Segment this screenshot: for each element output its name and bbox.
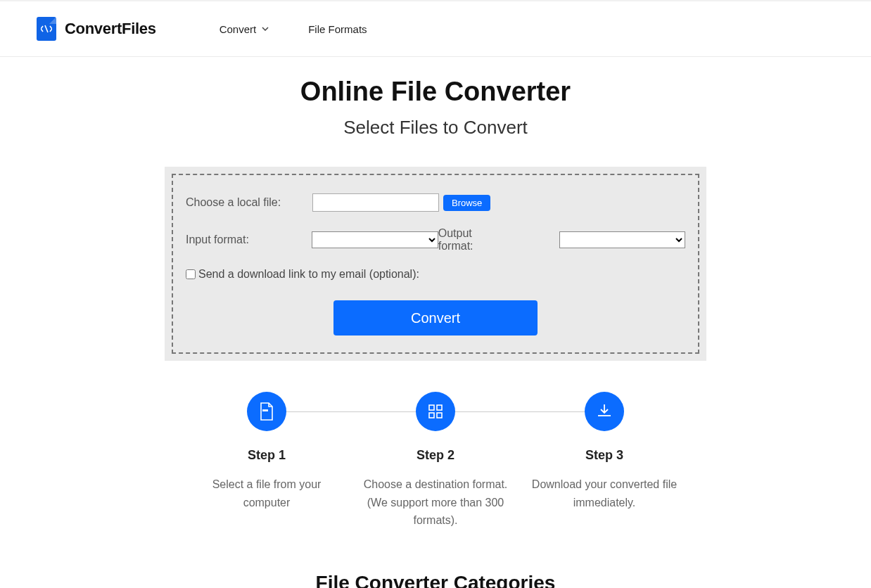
input-format-select[interactable] [312, 231, 438, 248]
nav-file-formats-label: File Formats [308, 23, 367, 35]
step-3: Step 3 Download your converted file imme… [520, 392, 689, 511]
logo[interactable]: ConvertFiles [37, 17, 156, 41]
file-logo-icon [37, 17, 56, 41]
output-format-select[interactable] [559, 231, 685, 248]
header: ConvertFiles Convert File Formats [0, 0, 871, 57]
nav-convert[interactable]: Convert [220, 23, 269, 35]
convert-panel: Choose a local file: Browse Input format… [165, 167, 706, 361]
row-email: Send a download link to my email (option… [186, 268, 685, 281]
step-desc: Choose a destination format. (We support… [351, 475, 520, 530]
svg-rect-1 [429, 405, 434, 410]
main-content: Online File Converter Select Files to Co… [77, 57, 794, 588]
download-icon [585, 392, 624, 431]
svg-rect-2 [437, 405, 442, 410]
choose-file-label: Choose a local file: [186, 196, 312, 209]
output-format-label: Output format: [438, 227, 510, 253]
step-desc: Download your converted file immediately… [520, 475, 689, 511]
step-title: Step 3 [520, 448, 689, 463]
svg-rect-3 [429, 413, 434, 418]
step-title: Step 2 [351, 448, 520, 463]
row-formats: Input format: Output format: [186, 227, 685, 253]
file-icon [247, 392, 286, 431]
step-1: Step 1 Select a file from your computer [182, 392, 351, 511]
svg-rect-0 [262, 409, 268, 411]
step-desc: Select a file from your computer [182, 475, 351, 511]
step-2: Step 2 Choose a destination format. (We … [351, 392, 520, 530]
nav-file-formats[interactable]: File Formats [308, 23, 367, 35]
browse-button[interactable]: Browse [443, 195, 490, 211]
brand-name: ConvertFiles [65, 20, 156, 38]
convert-panel-inner: Choose a local file: Browse Input format… [172, 174, 699, 354]
email-checkbox[interactable] [186, 269, 196, 279]
convert-button[interactable]: Convert [333, 300, 538, 335]
categories-title: File Converter Categories [77, 572, 794, 588]
page-subtitle: Select Files to Convert [77, 117, 794, 139]
input-format-label: Input format: [186, 234, 312, 246]
nav-convert-label: Convert [220, 23, 257, 35]
file-path-input[interactable] [312, 193, 439, 212]
page-title: Online File Converter [77, 77, 794, 107]
row-choose-file: Choose a local file: Browse [186, 193, 685, 212]
steps-section: Step 1 Select a file from your computer … [182, 392, 689, 530]
grid-icon [416, 392, 455, 431]
main-nav: Convert File Formats [220, 23, 367, 35]
step-title: Step 1 [182, 448, 351, 463]
chevron-down-icon [262, 25, 269, 32]
svg-rect-4 [437, 413, 442, 418]
email-label: Send a download link to my email (option… [198, 268, 419, 281]
